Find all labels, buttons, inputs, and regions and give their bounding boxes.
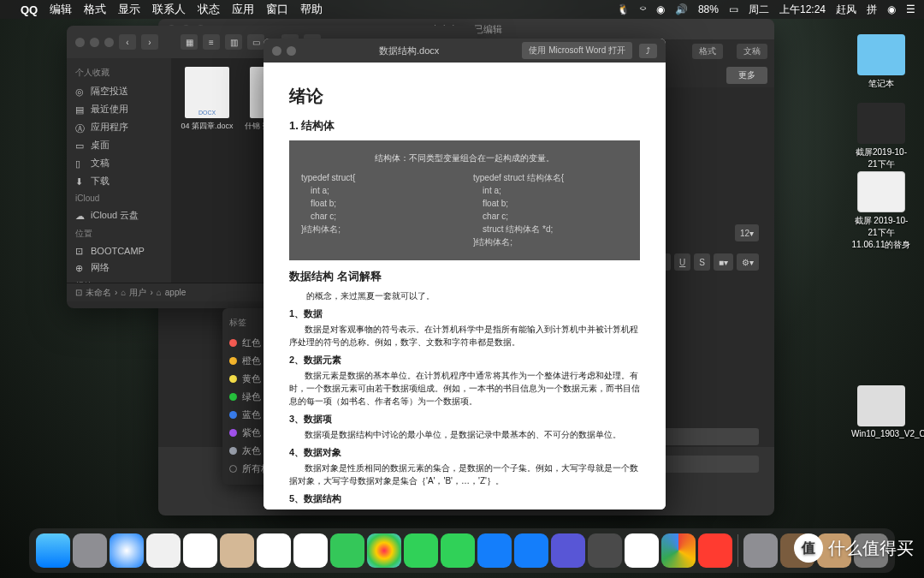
back-button[interactable]: ‹ [119,34,136,50]
dock-app2[interactable] [551,533,585,568]
view-column-button[interactable]: ▥ [225,34,242,50]
code-figure: 结构体：不同类型变量组合在一起构成的变量。 typedef struct{ in… [289,140,640,260]
menu-format[interactable]: 格式 [84,2,106,17]
bluetooth-icon[interactable]: ⌔ [640,3,646,15]
wifi-icon[interactable]: ◉ [656,3,665,15]
sidebar-downloads[interactable]: ⬇下载 [67,172,171,190]
docx-icon [185,67,229,118]
dock-safari[interactable] [110,533,144,568]
share-button[interactable]: ⤴ [639,44,657,58]
sidebar-desktop[interactable]: ▭桌面 [67,136,171,154]
file-item[interactable]: 04 第四章.docx [180,67,234,140]
watermark: 值 什么值得买 [794,533,914,563]
dock-settings[interactable] [73,533,107,568]
battery-icon: ▭ [729,3,738,15]
menu-edit[interactable]: 编辑 [50,2,72,17]
finder-sidebar: 个人收藏 ◎隔空投送 ▤最近使用 Ⓐ应用程序 ▭桌面 ▯文稿 ⬇下载 iClou… [67,58,171,283]
qq-status-icon[interactable]: 🐧 [617,3,630,15]
sidebar-section-favorites: 个人收藏 [67,63,171,82]
toolbar-file-icon[interactable]: 文稿 [737,44,767,59]
app-name[interactable]: QQ [21,3,38,16]
menubar: QQ 编辑 格式 显示 联系人 状态 应用 窗口 帮助 🐧 ⌔ ◉ 🔊 88% … [0,0,924,19]
dock-qq[interactable] [625,533,659,568]
open-with-word-button[interactable]: 使用 Microsoft Word 打开 [522,42,632,59]
dock-app3[interactable] [588,533,622,568]
watermark-icon: 值 [794,533,823,563]
view-icon-button[interactable]: ▦ [181,34,198,50]
close-button[interactable] [75,38,85,47]
zoom-button[interactable] [104,38,114,47]
path-icon: ⌂ [157,288,162,297]
menu-view[interactable]: 显示 [118,2,140,17]
dock-calendar[interactable] [183,533,217,568]
menu-status[interactable]: 状态 [198,2,220,17]
menu-help[interactable]: 帮助 [300,2,323,17]
battery-percent[interactable]: 88% [698,3,719,15]
quicklook-toolbar: 数据结构.docx 使用 Microsoft Word 打开 ⤴ [264,39,666,63]
desktop-iso[interactable]: Win10_1903_V2_China_GGK...)_x64.iso [851,385,911,438]
path-icon: ⌂ [121,288,126,297]
sidebar-icloud-drive[interactable]: ☁iCloud 云盘 [67,206,171,224]
dock-photos[interactable] [367,533,401,568]
dock-downloads[interactable] [743,533,778,568]
strike-button[interactable]: S [694,253,710,271]
gear-button[interactable]: ⚙▾ [737,253,759,271]
time[interactable]: 上午12:24 [779,3,826,17]
sidebar-section-icloud: iCloud [67,190,171,206]
doc-subheading: 1. 结构体 [289,118,640,134]
more-button[interactable]: 更多 [726,67,767,84]
menu-window[interactable]: 窗口 [266,2,288,17]
close-button[interactable] [272,46,281,56]
input-method[interactable]: 拼 [867,3,877,17]
sidebar-applications[interactable]: Ⓐ应用程序 [67,118,171,136]
doc-heading: 绪论 [289,85,640,108]
underline-button[interactable]: U [674,253,690,271]
forward-button[interactable]: › [141,34,158,50]
sidebar-recents[interactable]: ▤最近使用 [67,100,171,118]
dock-netease[interactable] [698,533,732,568]
dock-contacts[interactable] [220,533,254,568]
dock-notes[interactable] [293,533,328,568]
dock-reminders[interactable] [257,533,291,568]
sidebar-section-tags: 标签 [67,277,171,283]
sidebar-bootcamp[interactable]: ⊡BOOTCAMP [67,243,171,259]
dock [29,528,895,573]
dock-maps[interactable] [330,533,364,568]
siri-icon[interactable]: ◉ [887,3,896,15]
sidebar-network[interactable]: ⊕网络 [67,259,171,277]
dock-chrome[interactable] [661,533,696,568]
path-icon: ⊡ [75,288,82,297]
minimize-button[interactable] [90,38,99,47]
dock-appstore[interactable] [477,533,512,568]
dock-mail[interactable] [146,533,181,568]
dock-facetime[interactable] [441,533,475,568]
fullscreen-button[interactable] [287,46,296,56]
view-gallery-button[interactable]: ▭ [247,34,264,50]
volume-icon[interactable]: 🔊 [675,3,688,15]
desktop-screenshot-1[interactable]: 截屏2019-10-21下午11.06.11 [851,103,911,180]
sidebar-airdrop[interactable]: ◎隔空投送 [67,82,171,100]
menu-contacts[interactable]: 联系人 [152,2,186,17]
watermark-text: 什么值得买 [828,537,914,560]
notification-icon[interactable]: ☰ [906,3,915,15]
quicklook-title: 数据结构.docx [303,45,515,57]
day[interactable]: 周二 [749,3,769,17]
doc-subheading: 数据结构 名词解释 [289,269,640,284]
toolbar-format-icon[interactable]: 格式 [692,44,723,59]
sidebar-documents[interactable]: ▯文稿 [67,154,171,172]
menu-apps[interactable]: 应用 [232,2,254,17]
dock-separator [737,534,738,567]
dock-app1[interactable] [514,533,548,568]
user[interactable]: 赶风 [836,3,856,17]
font-size-select[interactable]: 12 ▾ [735,224,759,241]
color-button[interactable]: ■▾ [714,253,733,271]
dock-messages[interactable] [404,533,438,568]
dock-finder[interactable] [36,533,70,568]
desktop-screenshot-2[interactable]: 截屏 2019-10-21下午11.06.11的替身 [851,171,911,251]
view-list-button[interactable]: ≡ [203,34,220,50]
desktop-folder-notes[interactable]: 笔记本 [851,34,911,90]
sidebar-section-locations: 位置 [67,224,171,243]
document-content[interactable]: 绪论 1. 结构体 结构体：不同类型变量组合在一起构成的变量。 typedef … [264,63,666,509]
quicklook-window[interactable]: 数据结构.docx 使用 Microsoft Word 打开 ⤴ 绪论 1. 结… [264,39,666,509]
